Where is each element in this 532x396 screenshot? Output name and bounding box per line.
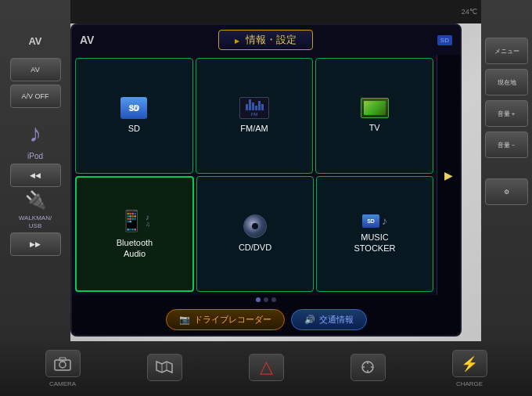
camera-hw-label: CAMERA [49, 380, 76, 387]
tv-button[interactable]: TV [315, 58, 433, 174]
dot-1 [256, 297, 261, 302]
bottom-hw-bar: CAMERA △ ⚡ CHARGE [0, 341, 532, 396]
screen-header: AV 情報・設定 SD [72, 25, 460, 55]
vol-down-label: 音量－ [498, 141, 516, 149]
charge-hw-icon: ⚡ [452, 350, 487, 377]
av-button[interactable]: AV [10, 58, 61, 81]
walkman-icon: 🔌 [25, 190, 46, 211]
av-off-button[interactable]: A/V OFF [10, 85, 61, 108]
unknown-hw-button[interactable] [350, 354, 386, 384]
charge-hw-button[interactable]: ⚡ CHARGE [452, 350, 487, 387]
charge-hw-label: CHARGE [456, 380, 483, 387]
vol-up-label: 音量＋ [498, 110, 516, 118]
traffic-info-button[interactable]: 🔊 交通情報 [291, 309, 367, 330]
svg-marker-3 [156, 362, 172, 373]
svg-point-1 [59, 362, 66, 368]
current-label: 現在地 [498, 78, 516, 87]
volume-up-button[interactable]: 音量＋ [485, 100, 528, 127]
top-temp: 24℃ [462, 8, 477, 16]
ipod-icon: ♪ [29, 119, 41, 148]
ipod-section: ♪ iPod [27, 119, 43, 160]
settings-icon: ⚙ [504, 189, 509, 196]
main-screen: AV 情報・設定 SD SD SD [70, 23, 462, 337]
left-panel: AV AV A/V OFF ♪ iPod ◀◀ 🔌 WALKMAN/USB ▶▶ [0, 0, 70, 396]
tv-icon [361, 98, 389, 118]
bluetooth-button[interactable]: 📱 ♪ ♫ BluetoothAudio [75, 176, 194, 292]
music-stocker-button[interactable]: SD ♪ MUSICSTOCKER [316, 176, 433, 292]
grid-row-1: SD SD [75, 58, 433, 174]
right-panel: メニュー 現在地 音量＋ 音量－ ⚙ [481, 0, 532, 396]
camera-icon: 📷 [179, 315, 190, 325]
bottom-buttons: 📷 ドライブレコーダー 🔊 交通情報 [72, 304, 460, 335]
top-bar: 24℃ 24↑ ☼ 12:26 [0, 0, 532, 23]
menu-label: メニュー [494, 47, 519, 56]
map-hw-button[interactable] [147, 354, 182, 384]
music-stocker-icon: SD ♪ [362, 214, 387, 228]
tv-label: TV [369, 122, 380, 133]
traffic-info-label: 交通情報 [319, 314, 354, 326]
walkman-section: 🔌 WALKMAN/USB [19, 190, 52, 229]
dots-indicator [72, 295, 460, 304]
menu-arrow-icon: ▶ [444, 169, 453, 182]
sd-icon: SD [120, 97, 147, 119]
header-info: SD [437, 35, 452, 45]
cddvd-label: CD/DVD [239, 242, 271, 253]
ipod-label: iPod [27, 152, 43, 160]
unknown-hw-icon [350, 354, 386, 381]
fmam-button[interactable]: FM FM/AM [196, 58, 314, 174]
dot-2 [264, 297, 268, 302]
menu-button[interactable]: メニュー [485, 38, 528, 64]
drive-recorder-label: ドライブレコーダー [194, 314, 271, 326]
header-title: 情報・設定 [218, 30, 314, 50]
walkman-label: WALKMAN/USB [19, 214, 52, 229]
next-button[interactable]: ▶▶ [10, 232, 61, 256]
screen-av-label: AV [80, 34, 94, 46]
current-location-button[interactable]: 現在地 [485, 69, 528, 95]
hazard-hw-button[interactable]: △ [249, 354, 284, 384]
dot-3 [271, 297, 276, 302]
main-grid: SD SD [72, 55, 437, 295]
camera-hw-icon [45, 350, 81, 377]
map-hw-icon [147, 354, 182, 381]
sd-button[interactable]: SD SD [75, 58, 193, 174]
fmam-icon: FM [239, 97, 269, 119]
cddvd-button[interactable]: CD/DVD [196, 176, 314, 292]
grid-row-2: 📱 ♪ ♫ BluetoothAudio [75, 176, 433, 292]
bluetooth-label: BluetoothAudio [117, 237, 153, 260]
camera-hw-button[interactable]: CAMERA [45, 350, 81, 387]
cddvd-icon [243, 214, 267, 238]
bluetooth-icon: 📱 ♪ ♫ [119, 209, 150, 233]
av-label: AV [28, 35, 41, 47]
volume-down-button[interactable]: 音量－ [485, 131, 528, 158]
prev-button[interactable]: ◀◀ [10, 164, 61, 187]
screen-right-menu[interactable]: ▶ [437, 55, 460, 295]
music-stocker-label: MUSICSTOCKER [354, 232, 396, 254]
speaker-icon: 🔊 [304, 315, 315, 325]
info-badge: SD [437, 35, 452, 45]
sd-label: SD [128, 123, 140, 134]
screen-body: SD SD [72, 55, 460, 295]
settings-button[interactable]: ⚙ [485, 178, 528, 205]
drive-recorder-button[interactable]: 📷 ドライブレコーダー [166, 309, 285, 330]
fmam-label: FM/AM [240, 123, 268, 134]
hazard-hw-icon: △ [249, 354, 284, 381]
